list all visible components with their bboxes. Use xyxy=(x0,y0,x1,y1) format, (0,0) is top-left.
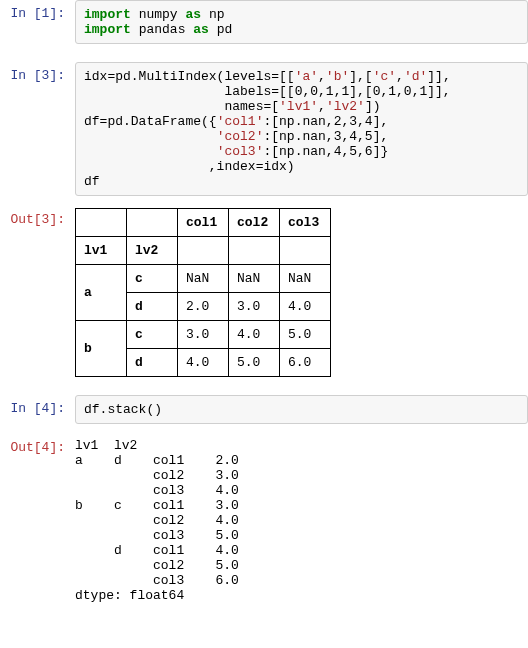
cell-val: 2.0 xyxy=(178,293,229,321)
prompt-in-4: In [4]: xyxy=(0,395,75,416)
code-frag: idx=pd.MultiIndex(levels=[[ xyxy=(84,69,295,84)
cell-val: 4.0 xyxy=(229,321,280,349)
cell-out-4: Out[4]: lv1 lv2 a d col1 2.0 col2 3.0 co… xyxy=(0,434,528,603)
cell-val: NaN xyxy=(178,265,229,293)
prompt-out-4: Out[4]: xyxy=(0,434,75,455)
code-box-1[interactable]: import numpy as np import pandas as pd xyxy=(75,0,528,44)
th-col2: col2 xyxy=(229,209,280,237)
keyword-as: as xyxy=(185,7,201,22)
th-col3: col3 xyxy=(280,209,331,237)
code-frag: df xyxy=(84,174,100,189)
cell-in-3-content: idx=pd.MultiIndex(levels=[['a','b'],['c'… xyxy=(75,62,528,196)
th-lv2: lv2 xyxy=(127,237,178,265)
th-blank xyxy=(229,237,280,265)
th-blank xyxy=(76,209,127,237)
cell-val: 5.0 xyxy=(280,321,331,349)
cell-val: 5.0 xyxy=(229,349,280,377)
alias-pd: pd xyxy=(217,22,233,37)
cell-in-4: In [4]: df.stack() xyxy=(0,395,528,424)
code-frag: , xyxy=(318,99,326,114)
code-frag: :[np.nan,3,4,5], xyxy=(263,129,388,144)
str: 'lv2' xyxy=(326,99,365,114)
code-frag: , xyxy=(396,69,404,84)
code-frag: :[np.nan,2,3,4], xyxy=(263,114,388,129)
cell-val: 4.0 xyxy=(280,293,331,321)
code-frag: labels=[[0,0,1,1],[0,1,0,1]], xyxy=(84,84,451,99)
idx-lv2: c xyxy=(127,265,178,293)
code-frag: ],[ xyxy=(349,69,372,84)
keyword-import: import xyxy=(84,7,131,22)
cell-in-1: In [1]: import numpy as np import pandas… xyxy=(0,0,528,44)
table-row: b c 3.0 4.0 5.0 xyxy=(76,321,331,349)
code-frag: , xyxy=(318,69,326,84)
str: 'col1' xyxy=(217,114,264,129)
th-blank xyxy=(127,209,178,237)
code-frag: ,index=idx) xyxy=(84,159,295,174)
cell-out-3-content: col1 col2 col3 lv1 lv2 a c NaN NaN NaN d… xyxy=(75,206,528,377)
str: 'col3' xyxy=(217,144,264,159)
code-frag xyxy=(84,144,217,159)
prompt-in-3: In [3]: xyxy=(0,62,75,83)
cell-out-4-content: lv1 lv2 a d col1 2.0 col2 3.0 col3 4.0 b… xyxy=(75,434,528,603)
code-box-4[interactable]: df.stack() xyxy=(75,395,528,424)
code-frag xyxy=(84,129,217,144)
prompt-in-1: In [1]: xyxy=(0,0,75,21)
code-line: df.stack() xyxy=(84,402,162,417)
th-lv1: lv1 xyxy=(76,237,127,265)
code-frag: :[np.nan,4,5,6]} xyxy=(263,144,388,159)
mod-numpy: numpy xyxy=(139,7,178,22)
series-output: lv1 lv2 a d col1 2.0 col2 3.0 col3 4.0 b… xyxy=(75,434,528,603)
cell-out-3: Out[3]: col1 col2 col3 lv1 lv2 a c NaN N xyxy=(0,206,528,377)
cell-val: NaN xyxy=(229,265,280,293)
th-blank xyxy=(280,237,331,265)
str: 'b' xyxy=(326,69,349,84)
keyword-as: as xyxy=(193,22,209,37)
code-frag: names=[ xyxy=(84,99,279,114)
cell-in-4-content: df.stack() xyxy=(75,395,528,424)
code-frag: ]) xyxy=(365,99,381,114)
str: 'lv1' xyxy=(279,99,318,114)
idx-lv2: c xyxy=(127,321,178,349)
code-frag: ]], xyxy=(427,69,450,84)
th-blank xyxy=(178,237,229,265)
keyword-import: import xyxy=(84,22,131,37)
mod-pandas: pandas xyxy=(139,22,186,37)
prompt-out-3: Out[3]: xyxy=(0,206,75,227)
table-row: col1 col2 col3 xyxy=(76,209,331,237)
table-row: a c NaN NaN NaN xyxy=(76,265,331,293)
cell-in-1-content: import numpy as np import pandas as pd xyxy=(75,0,528,44)
code-frag: df=pd.DataFrame({ xyxy=(84,114,217,129)
table-row: lv1 lv2 xyxy=(76,237,331,265)
cell-val: NaN xyxy=(280,265,331,293)
cell-val: 3.0 xyxy=(229,293,280,321)
str: 'c' xyxy=(373,69,396,84)
idx-lv2: d xyxy=(127,349,178,377)
code-box-3[interactable]: idx=pd.MultiIndex(levels=[['a','b'],['c'… xyxy=(75,62,528,196)
str: 'd' xyxy=(404,69,427,84)
str: 'a' xyxy=(295,69,318,84)
cell-in-3: In [3]: idx=pd.MultiIndex(levels=[['a','… xyxy=(0,62,528,196)
alias-np: np xyxy=(209,7,225,22)
cell-val: 3.0 xyxy=(178,321,229,349)
cell-val: 6.0 xyxy=(280,349,331,377)
th-col1: col1 xyxy=(178,209,229,237)
str: 'col2' xyxy=(217,129,264,144)
dataframe-table: col1 col2 col3 lv1 lv2 a c NaN NaN NaN d… xyxy=(75,208,331,377)
cell-val: 4.0 xyxy=(178,349,229,377)
idx-lv1: a xyxy=(76,265,127,321)
idx-lv1: b xyxy=(76,321,127,377)
idx-lv2: d xyxy=(127,293,178,321)
